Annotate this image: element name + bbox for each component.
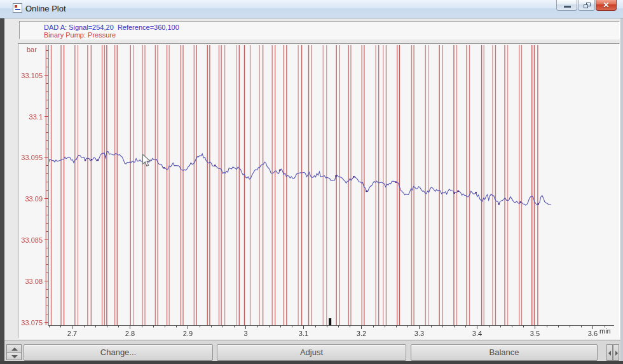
app-icon-red-mark (15, 5, 17, 8)
window-bottom-border (0, 361, 623, 364)
window-left-border (0, 18, 4, 364)
spinner-down-button[interactable] (6, 352, 22, 360)
legend-box: DAD A: Signal=254,20 Reference=360,100 B… (19, 21, 620, 39)
scroll-right-button[interactable] (613, 344, 619, 361)
plot-area: bar min (18, 43, 620, 339)
chromatogram-canvas[interactable] (18, 44, 619, 338)
window-title: Online Plot (25, 4, 66, 13)
y-axis-unit-label: bar (27, 46, 37, 53)
balance-button[interactable]: Balance (411, 344, 598, 361)
arrow-left-icon (608, 351, 611, 356)
legend-entry-pump: Binary Pump: Pressure (44, 31, 116, 39)
arrow-right-icon (615, 351, 618, 356)
restore-icon (584, 3, 591, 8)
y-scale-spinner (6, 344, 22, 361)
title-bar[interactable]: Online Plot ✕ (0, 0, 623, 18)
minimize-button[interactable] (556, 0, 577, 11)
mouse-cursor-icon (142, 154, 151, 168)
restore-button[interactable] (578, 0, 595, 11)
x-scroll-control (606, 344, 620, 361)
close-icon: ✕ (596, 1, 616, 10)
minimize-icon (564, 6, 571, 8)
close-button[interactable]: ✕ (596, 0, 617, 11)
scroll-left-button[interactable] (606, 344, 613, 361)
change-button[interactable]: Change... (24, 344, 213, 361)
arrow-up-icon (11, 347, 18, 351)
legend-entry-dad: DAD A: Signal=254,20 Reference=360,100 (44, 24, 179, 31)
arrow-down-icon (11, 355, 18, 358)
app-icon-blue-mark (15, 9, 20, 10)
window-right-border (620, 18, 623, 361)
app-icon[interactable] (13, 3, 22, 13)
online-plot-window: Online Plot ✕ DAD A: Signal=254,20 Refer… (0, 0, 623, 364)
x-axis-unit-label: min (599, 327, 611, 335)
bottom-toolbar: Change... Adjust Balance (4, 340, 620, 361)
adjust-button[interactable]: Adjust (217, 344, 406, 361)
